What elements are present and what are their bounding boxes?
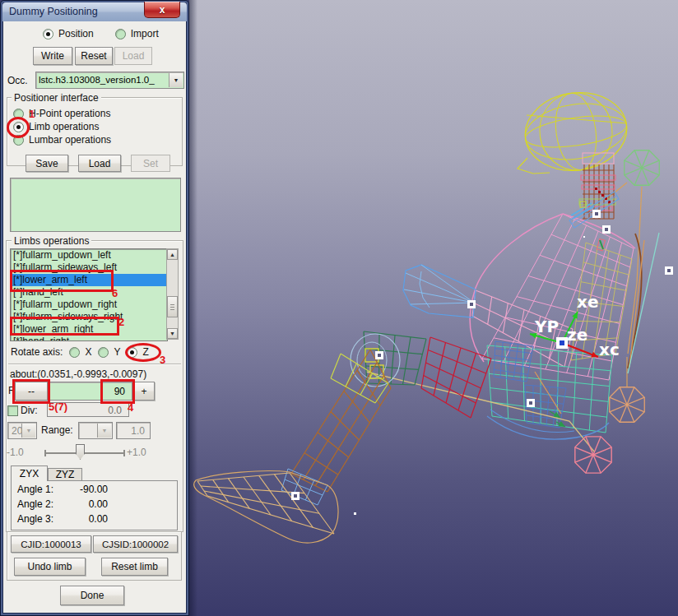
svg-text:xe: xe [577,292,598,312]
screen: xeYPzexc Dummy Positioning x PositionImp… [0,0,678,616]
div-count-arrow-icon[interactable]: ▼ [21,424,35,438]
radio-icon[interactable] [127,347,137,358]
write-button[interactable]: Write [33,47,72,65]
limb-list-item[interactable]: [*]lower_arm_right [11,323,167,336]
angle-label: Angle 1: [17,484,63,495]
div-count-combo[interactable]: 20 ▼ [7,422,37,439]
angle-row: Angle 2:0.00 [17,498,177,511]
rotate-axis-z[interactable]: Z [127,345,148,359]
div-field[interactable]: 0.0 [47,402,129,417]
rot-ang-value: 90 [114,386,125,397]
undo-limb-button[interactable]: Undo limb [14,558,86,576]
load-button[interactable]: Load [114,47,152,65]
radio-icon[interactable] [43,29,53,39]
about-axis-text: about:(0.0351,-0.9993,-0.0097) [10,368,146,380]
positioner-radio-group: H-Point operationsLimb operationsLumbar … [13,107,111,146]
slider-track[interactable] [46,452,123,454]
scrollbar-thumb[interactable] [167,296,178,317]
limb-list-item[interactable]: [*]fullarm_updown_left [11,249,167,262]
limb-list-item[interactable]: [*]fullarm_sideways_right [11,311,167,323]
rot-ang-decrement-button[interactable]: -- [15,382,48,401]
scroll-up-icon[interactable]: ▲ [167,249,178,260]
limb-list-item[interactable]: [*]fullarm_sideways_left [11,262,167,274]
rot-ang-increment-button[interactable]: + [133,382,155,401]
slider-max-label: +1.0 [127,447,146,458]
radio-icon[interactable] [98,347,109,358]
radio-label: Z [142,346,148,358]
cjsid-button[interactable]: CJSID:1000002 [93,535,178,553]
angle-label: Angle 3: [17,513,63,525]
limb-list-item[interactable]: [*]hand_right [11,336,167,341]
svg-text:ze: ze [567,325,587,345]
mode-radio-group: PositionImport [43,27,159,40]
cjid-button[interactable]: CJID:1000013 [11,535,91,553]
radio-label: H-Point operations [29,108,110,119]
close-button[interactable]: x [144,2,180,18]
occ-dropdown[interactable]: lstc.h3.103008_version1.0_ ▼ [35,72,184,89]
rotate-axis-y[interactable]: Y [98,345,120,359]
occ-dropdown-arrow-icon[interactable]: ▼ [169,73,183,87]
radio-label: Lumbar operations [29,134,111,146]
reset-button[interactable]: Reset [75,47,113,65]
dialog-body: PositionImport Write Reset Load Occ. lst… [3,21,186,613]
limbs-listbox[interactable]: [*]fullarm_updown_left[*]fullarm_sideway… [10,248,168,341]
done-button[interactable]: Done [60,586,124,605]
window-title: Dummy Positioning [9,6,98,17]
div-value: 0.0 [108,405,122,416]
message-area [10,178,181,232]
radio-icon[interactable] [115,29,126,39]
angle-row: Angle 3:0.00 [17,512,177,526]
rot-ang-field[interactable]: 90 [49,382,132,401]
radio-icon[interactable] [13,109,24,119]
angle-value: 0.00 [63,513,108,525]
limb-list-item[interactable]: [*]lower_arm_left [11,274,167,286]
radio-icon[interactable] [13,135,24,146]
scroll-down-icon[interactable]: ▼ [167,328,178,339]
radio-label: X [85,346,91,358]
limbs-title: Limbs operations [12,235,91,247]
positioner-h-point-operations[interactable]: H-Point operations [13,107,111,120]
angle-label: Angle 2: [17,498,63,510]
mode-position[interactable]: Position [43,27,94,40]
set-button[interactable]: Set [131,155,170,172]
angle-value: 0.00 [63,498,108,510]
mode-import[interactable]: Import [115,27,159,40]
svg-text:YP: YP [534,317,559,336]
limbs-list-scrollbar[interactable]: ▲ ▼ [166,248,179,340]
angles-panel: Angle 1:-90.00Angle 2:0.00Angle 3:0.00 [11,480,178,530]
tab-zyz[interactable]: ZYZ [48,468,82,481]
rotate-axis-x[interactable]: X [69,345,91,359]
range-value: 1.0 [131,425,145,437]
range-value-field[interactable]: 1.0 [116,422,151,439]
slider-min-label: -1.0 [7,447,24,458]
reset-limb-button[interactable]: Reset limb [101,558,168,576]
rotate-axis-label: Rotate axis: [11,346,63,358]
divider [8,364,181,365]
dummy-wireframe-scene: xeYPzexc [189,0,678,616]
occ-label: Occ. [7,75,28,86]
positioner-lumbar-operations[interactable]: Lumbar operations [13,133,111,146]
range-arrow-icon[interactable]: ▼ [97,424,111,438]
dummy-positioning-window: Dummy Positioning x PositionImport Write… [0,0,189,616]
window-titlebar[interactable]: Dummy Positioning x [2,2,187,21]
tab-zyx[interactable]: ZYX [11,465,48,481]
div-checkbox[interactable] [7,405,18,416]
limb-list-item[interactable]: [*]fullarm_updown_right [11,299,167,311]
radio-icon[interactable] [13,122,24,132]
3d-viewport[interactable]: xeYPzexc [189,0,678,616]
range-label: Range: [41,424,73,436]
close-icon: x [160,4,165,16]
save-button[interactable]: Save [26,155,68,172]
positioner-title: Positioner interface [12,92,101,104]
radio-icon[interactable] [69,347,80,358]
angle-row: Angle 1:-90.00 [17,483,177,496]
positioner-limb-operations[interactable]: Limb operations [13,120,111,133]
angle-value: -90.00 [63,484,108,495]
range-combo[interactable]: ▼ [78,422,113,439]
radio-label: Y [114,346,120,358]
limb-list-item[interactable]: [*]hand_left [11,286,167,299]
radio-label: Position [58,28,94,39]
occ-value: lstc.h3.103008_version1.0_ [39,75,169,85]
div-label: Div: [21,405,38,416]
pos-load-button[interactable]: Load [78,155,121,172]
